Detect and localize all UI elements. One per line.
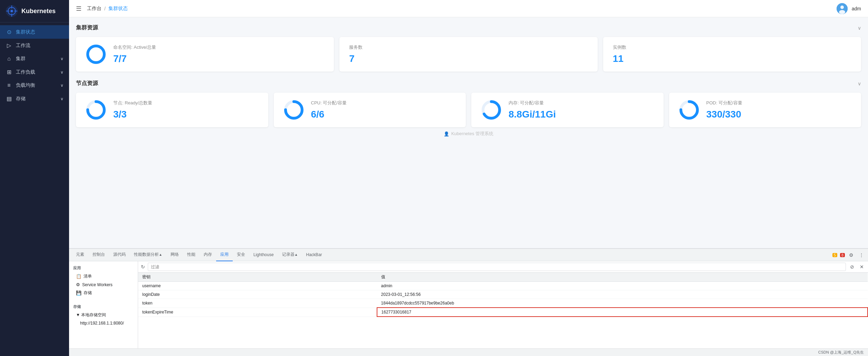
- cookie-key: username: [138, 282, 377, 290]
- tab-memory[interactable]: 内存: [200, 249, 216, 261]
- node-ready-donut: [86, 100, 106, 120]
- svg-point-9: [839, 10, 845, 14]
- service-workers-icon: ⚙: [76, 282, 80, 287]
- sidebar-app-storage[interactable]: 💾 存储: [69, 289, 138, 297]
- cookie-value: admin: [377, 282, 868, 290]
- namespace-value: 7/7: [113, 53, 156, 64]
- clear-icon[interactable]: ✕: [858, 263, 865, 270]
- sidebar-item-cluster[interactable]: ⌂ 集群 ∨: [0, 52, 69, 65]
- table-row[interactable]: tokenExpireTime1627733016817: [138, 308, 868, 317]
- sidebar-item-label: 集群状态: [16, 29, 35, 35]
- app-storage-label: 存储: [84, 290, 92, 296]
- node-ready-label: 节点: Ready/总数量: [113, 100, 152, 106]
- sidebar-item-workload[interactable]: ⊞ 工作负载 ∨: [0, 65, 69, 79]
- instances-label: 实例数: [613, 44, 626, 50]
- sidebar-manifest[interactable]: 📋 清单: [69, 272, 138, 281]
- table-row[interactable]: token1844da1897dcdcc557917be9be26a0eb: [138, 299, 868, 308]
- cookie-key: loginDate: [138, 290, 377, 299]
- pod-info: POD: 可分配/容量 330/330: [706, 100, 742, 120]
- breadcrumb: 工作台 / 集群状态: [87, 6, 128, 12]
- node-resources-title: 节点资源: [76, 80, 98, 87]
- topbar-right: adm: [837, 3, 861, 14]
- application-heading: 应用: [69, 264, 138, 272]
- cpu-value: 6/6: [311, 109, 347, 120]
- watermark-text: Kubernetes 管理系统: [451, 131, 493, 137]
- app-container: Kubernetes ⊙ 集群状态 ▷ 工作流 ⌂ 集群 ∨ ⊞: [0, 0, 868, 356]
- settings-icon[interactable]: ⚙: [848, 251, 855, 259]
- cluster-resources-toggle[interactable]: ∨: [858, 25, 861, 31]
- node-resources-toggle[interactable]: ∨: [858, 81, 861, 86]
- pod-donut: [679, 100, 700, 120]
- table-row[interactable]: loginDate2023-03-01_12:56:56: [138, 290, 868, 299]
- devtools-tab-icons: 5 8 ⚙ ⋮: [832, 251, 865, 259]
- tab-label: 性能数据分析: [134, 252, 159, 257]
- tab-security[interactable]: 安全: [233, 249, 249, 261]
- instances-value: 11: [613, 53, 626, 64]
- tab-hackbar[interactable]: HackBar: [302, 249, 326, 261]
- storage-heading: 存储: [69, 303, 138, 311]
- menu-icon[interactable]: ☰: [76, 5, 81, 12]
- storage-section: 存储 ▼ 本地存储空间 http://192.168.1.1:8080/: [69, 300, 138, 330]
- instances-card: 实例数 11: [603, 37, 861, 72]
- sidebar-navigation: ⊙ 集群状态 ▷ 工作流 ⌂ 集群 ∨ ⊞ 工作负载 ∨: [0, 22, 69, 108]
- namespace-card: 命名空间: Active/总量 7/7: [76, 37, 334, 72]
- memory-card: 内存: 可分配/容量 8.8Gi/11Gi: [471, 93, 664, 127]
- filter-input[interactable]: [148, 263, 846, 271]
- service-workers-label: Service Workers: [82, 282, 113, 287]
- tab-label: HackBar: [306, 252, 322, 257]
- tab-recorder[interactable]: 记录器 ▲: [278, 249, 302, 261]
- sidebar-item-workflow[interactable]: ▷ 工作流: [0, 39, 69, 52]
- sidebar-item-cluster-status[interactable]: ⊙ 集群状态: [0, 25, 69, 39]
- pod-card: POD: 可分配/容量 330/330: [669, 93, 861, 127]
- services-card: 服务数 7: [339, 37, 597, 72]
- cookie-key: token: [138, 299, 377, 308]
- refresh-icon[interactable]: ↻: [141, 264, 145, 270]
- tab-sources[interactable]: 源代码: [109, 249, 130, 261]
- cluster-resources-title: 集群资源: [76, 24, 98, 31]
- loadbalance-icon: ≡: [6, 82, 12, 88]
- tab-network[interactable]: 网络: [166, 249, 183, 261]
- svg-point-11: [88, 46, 104, 63]
- namespace-label: 命名空间: Active/总量: [113, 44, 156, 50]
- more-icon[interactable]: ⋮: [858, 251, 865, 259]
- col-key: 密钥: [138, 273, 377, 282]
- tab-elements[interactable]: 元素: [72, 249, 88, 261]
- manifest-icon: 📋: [76, 274, 81, 279]
- app-storage-icon: 💾: [76, 290, 81, 296]
- avatar: [837, 3, 848, 14]
- sidebar-logo: Kubernetes: [0, 0, 69, 22]
- bottom-bar: CSDN @上海_运维_Q先生: [69, 348, 868, 356]
- cookie-key: tokenExpireTime: [138, 308, 377, 317]
- warning-badge: 5: [832, 253, 837, 257]
- breadcrumb-parent: 工作台: [87, 6, 102, 12]
- tab-performance[interactable]: 性能: [183, 249, 200, 261]
- node-ready-info: 节点: Ready/总数量 3/3: [113, 100, 152, 120]
- tab-console[interactable]: 控制台: [88, 249, 109, 261]
- username-label: adm: [852, 6, 861, 11]
- table-row[interactable]: usernameadmin: [138, 282, 868, 290]
- instances-info: 实例数 11: [613, 44, 626, 64]
- tab-lighthouse[interactable]: Lighthouse: [249, 249, 278, 261]
- app-title: Kubernetes: [21, 8, 56, 15]
- cancel-filter-icon[interactable]: ⊘: [849, 263, 856, 270]
- sidebar: Kubernetes ⊙ 集群状态 ▷ 工作流 ⌂ 集群 ∨ ⊞: [0, 0, 69, 356]
- tab-label: 安全: [237, 252, 245, 257]
- kubernetes-logo-icon: [6, 5, 18, 17]
- error-badge: 8: [840, 253, 845, 257]
- svg-point-8: [840, 6, 844, 9]
- devtools-sidebar: 应用 📋 清单 ⚙ Service Workers 💾: [69, 261, 138, 348]
- sidebar-service-workers[interactable]: ⚙ Service Workers: [69, 281, 138, 289]
- sidebar-local-storage[interactable]: ▼ 本地存储空间: [69, 311, 138, 319]
- node-resources-header: 节点资源 ∨: [76, 80, 861, 87]
- sidebar-local-storage-url[interactable]: http://192.168.1.1:8080/: [69, 319, 138, 327]
- memory-info: 内存: 可分配/容量 8.8Gi/11Gi: [509, 100, 556, 120]
- tab-application[interactable]: 应用: [216, 249, 233, 261]
- tab-performance-data[interactable]: 性能数据分析 ▲: [130, 249, 166, 261]
- col-value: 值: [377, 273, 868, 282]
- cpu-label: CPU: 可分配/容量: [311, 100, 347, 106]
- memory-value: 8.8Gi/11Gi: [509, 109, 556, 120]
- cookie-value: 1844da1897dcdcc557917be9be26a0eb: [377, 299, 868, 308]
- sidebar-item-loadbalance[interactable]: ≡ 负载均衡 ∨: [0, 79, 69, 92]
- sidebar-item-storage[interactable]: ▤ 存储 ∨: [0, 92, 69, 105]
- namespace-donut: [86, 44, 106, 65]
